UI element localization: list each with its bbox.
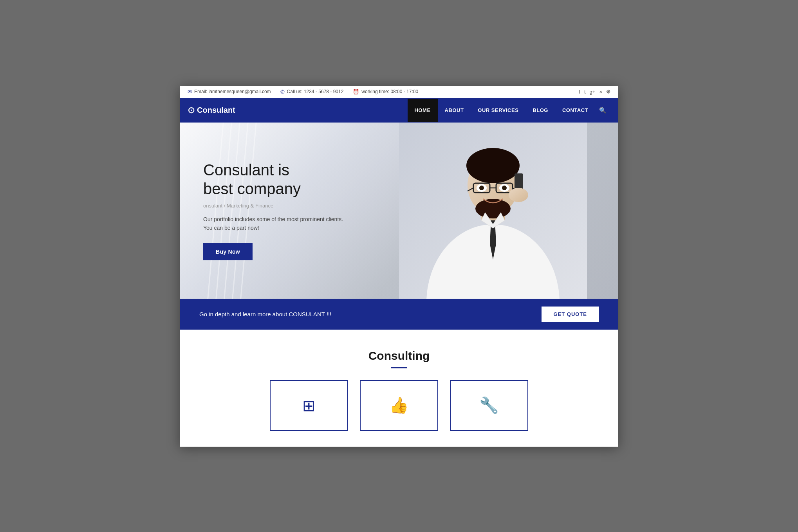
- hero-person-image: [399, 123, 587, 299]
- svg-point-4: [466, 148, 520, 183]
- googleplus-icon[interactable]: g+: [590, 89, 596, 95]
- time-label: working time: 08:00 - 17:00: [361, 89, 418, 94]
- phone-icon: ✆: [280, 89, 285, 95]
- card-3: 🔧: [450, 380, 528, 431]
- section-title: Consulting: [195, 349, 603, 362]
- svg-point-8: [479, 186, 484, 190]
- cards-row: ⊞ 👍 🔧: [195, 380, 603, 439]
- top-bar-left: ✉ Email: iamthemesqueen@gmail.com ✆ Call…: [188, 89, 418, 95]
- time-icon: ⏰: [353, 89, 359, 95]
- person-svg: [399, 123, 587, 299]
- logo[interactable]: ⊙ Consulant: [188, 98, 408, 123]
- navbar: ⊙ Consulant HOME ABOUT OUR SERVICES BLOG…: [180, 98, 618, 123]
- phone-info: ✆ Call us: 1234 - 5678 - 9012: [280, 89, 344, 95]
- nav-contact[interactable]: CONTACT: [555, 99, 595, 122]
- settings-icon[interactable]: ❋: [606, 89, 610, 95]
- close-icon[interactable]: ×: [599, 89, 602, 95]
- svg-point-16: [509, 188, 528, 202]
- time-info: ⏰ working time: 08:00 - 17:00: [353, 89, 418, 95]
- card-2: 👍: [360, 380, 438, 431]
- phone-label: Call us: 1234 - 5678 - 9012: [287, 89, 344, 94]
- card-1: ⊞: [270, 380, 348, 431]
- card-icon-3: 🔧: [479, 396, 499, 415]
- nav-about[interactable]: ABOUT: [438, 99, 471, 122]
- email-icon: ✉: [188, 89, 192, 95]
- hero-title: Consulant is best company: [203, 161, 343, 198]
- email-label: Email: iamthemesqueen@gmail.com: [194, 89, 271, 94]
- get-quote-button[interactable]: GET QUOTE: [542, 307, 599, 322]
- browser-window: ✉ Email: iamthemesqueen@gmail.com ✆ Call…: [180, 86, 618, 447]
- twitter-icon[interactable]: t: [584, 89, 586, 95]
- facebook-icon[interactable]: f: [579, 89, 580, 95]
- cta-banner: Go in depth and learn more about CONSULA…: [180, 299, 618, 330]
- hero-content: Consulant is best company onsulant / Mar…: [180, 137, 367, 284]
- search-icon[interactable]: 🔍: [595, 98, 610, 123]
- logo-symbol: ⊙: [188, 105, 195, 115]
- card-icon-1: ⊞: [302, 397, 316, 415]
- nav-blog[interactable]: BLOG: [525, 99, 555, 122]
- nav-services[interactable]: OUR SERVICES: [471, 99, 525, 122]
- consulting-section: Consulting ⊞ 👍 🔧: [180, 330, 618, 447]
- logo-text: Consulant: [197, 106, 235, 115]
- hero-section: Consulant is best company onsulant / Mar…: [180, 123, 618, 299]
- hero-subtitle: onsulant / Marketing & Finance: [203, 203, 343, 209]
- nav-home[interactable]: HOME: [408, 99, 438, 122]
- hero-description: Our portfolio includes some of the most …: [203, 215, 343, 233]
- svg-point-5: [475, 199, 511, 218]
- nav-items: HOME ABOUT OUR SERVICES BLOG CONTACT 🔍: [408, 98, 610, 123]
- social-links: f t g+ × ❋: [579, 89, 610, 95]
- top-bar: ✉ Email: iamthemesqueen@gmail.com ✆ Call…: [180, 86, 618, 98]
- section-divider: [391, 367, 407, 368]
- svg-rect-15: [515, 173, 523, 189]
- cta-text: Go in depth and learn more about CONSULA…: [199, 311, 331, 317]
- buy-now-button[interactable]: Buy Now: [203, 243, 253, 260]
- card-icon-2: 👍: [389, 396, 409, 415]
- email-info: ✉ Email: iamthemesqueen@gmail.com: [188, 89, 271, 95]
- svg-point-11: [502, 186, 507, 190]
